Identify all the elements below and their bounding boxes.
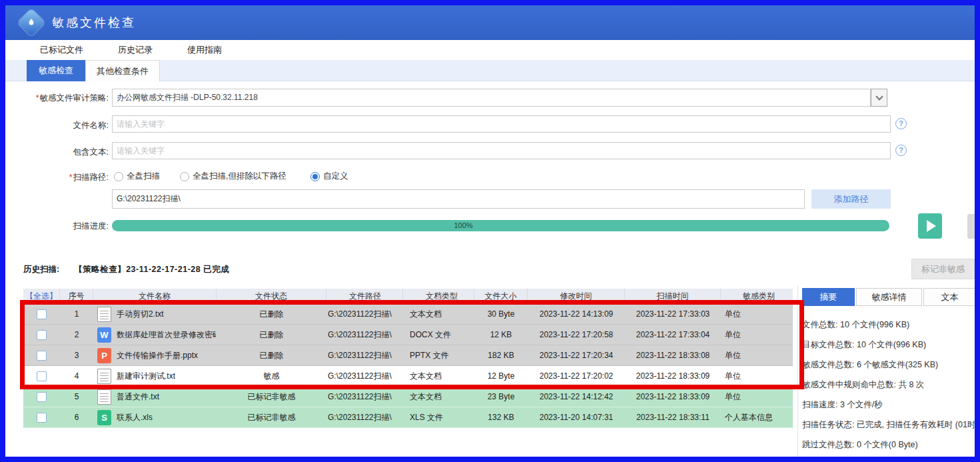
table-row[interactable]: 3 P文件传输操作手册.pptx 已删除 G:\20231122扫描\ PPTX… [23, 345, 793, 366]
file-size: 182 KB [474, 345, 528, 365]
file-name: 文件传输操作手册.pptx [117, 350, 198, 361]
row-checkbox[interactable] [37, 413, 47, 423]
custom-path-input[interactable] [112, 189, 805, 209]
doc-type: DOCX 文件 [403, 325, 474, 345]
start-scan-button[interactable] [918, 213, 942, 239]
policy-label: *敏感文件审计策略: [10, 93, 109, 104]
app-window: 敏感文件检查 已标记文件 历史记录 使用指南 敏感检查 其他检查条件 *敏感文件… [0, 0, 980, 462]
radio-icon[interactable] [180, 172, 189, 181]
history-label: 历史扫描: [23, 264, 59, 275]
header-status: 文件状态 [217, 289, 326, 304]
policy-select[interactable]: 办公网敏感文件扫描 -DLP-50.32.11.218 [112, 89, 871, 107]
sensitive-category: 单位 [721, 366, 793, 386]
row-index: 1 [60, 304, 93, 324]
sensitive-category: 个人基本信息 [721, 407, 793, 427]
tab-sensitive-check[interactable]: 敏感检查 [27, 60, 85, 81]
menu-guide[interactable]: 使用指南 [187, 44, 222, 56]
doc-type: 文本文档 [403, 304, 474, 324]
sensitive-category: 单位 [721, 387, 793, 407]
summary-lines: 文件总数: 10 个文件(996 KB) 目标文件总数: 10 个文件(996 … [802, 315, 975, 455]
summary-task-status: 扫描任务状态: 已完成, 扫描任务有效耗时 (01时 [802, 415, 975, 435]
file-status: 已标记非敏感 [217, 387, 326, 407]
summary-total-files: 文件总数: 10 个文件(996 KB) [802, 315, 975, 335]
add-path-button[interactable]: 添加路径 [811, 189, 891, 209]
file-status: 已删除 [217, 345, 326, 365]
file-size: 12 Byte [474, 366, 528, 386]
header-path: 文件路径 [326, 289, 403, 304]
radio-custom[interactable]: 自定义 [310, 171, 348, 182]
scan-path-label: *扫描路径: [10, 172, 109, 183]
doc-type: XLS 文件 [403, 407, 474, 427]
radio-icon[interactable] [114, 172, 123, 181]
radio-checked-icon[interactable] [310, 172, 320, 181]
table-row[interactable]: 2 W数据库处理首次登录修改密码 已删除 G:\20231122扫描\ DOCX… [23, 325, 793, 345]
file-path: G:\20231122扫描\ [326, 325, 403, 345]
modified-time: 2023-11-22 14:13:09 [528, 304, 625, 324]
summary-scan-speed: 扫描速度: 3 个文件/秒 [802, 395, 975, 415]
summary-rule-hits: 敏感文件中规则命中总数: 共 8 次 [802, 375, 975, 395]
tab-bar: 敏感检查 其他检查条件 [5, 60, 975, 81]
modified-time: 2023-11-22 17:20:34 [528, 345, 625, 365]
table-row[interactable]: 5 普通文件.txt 已标记非敏感 G:\20231122扫描\ 文本文档 23… [23, 387, 793, 407]
header-scanned: 扫描时间 [625, 289, 721, 304]
modified-time: 2023-11-22 14:12:42 [528, 387, 625, 407]
panel-tab-summary[interactable]: 摘要 [802, 288, 855, 306]
file-size: 12 KB [474, 325, 528, 345]
contains-text-input[interactable] [112, 142, 891, 159]
detail-panel: 摘要 敏感详情 文本 文件总数: 10 个文件(996 KB) 目标文件总数: … [797, 285, 975, 457]
row-checkbox[interactable] [37, 351, 47, 361]
stop-button-partial[interactable] [967, 214, 975, 239]
select-all-link[interactable]: 【全选】 [23, 289, 60, 304]
scan-progress-bar: 100% [112, 220, 889, 231]
file-path: G:\20231122扫描\ [326, 387, 403, 407]
table-row[interactable]: 1 手动剪切2.txt 已删除 G:\20231122扫描\ 文本文档 30 B… [23, 304, 793, 325]
file-path: G:\20231122扫描\ [326, 407, 403, 427]
tab-other-conditions[interactable]: 其他检查条件 [85, 60, 160, 81]
row-checkbox[interactable] [37, 392, 47, 402]
file-status: 已删除 [217, 304, 326, 324]
progress-percent: 100% [454, 221, 472, 229]
row-index: 6 [60, 407, 93, 427]
doc-type: PPTX 文件 [403, 345, 474, 365]
radio-full-scan[interactable]: 全盘扫描 [114, 171, 160, 182]
row-index: 3 [60, 345, 93, 365]
required-mark: * [69, 173, 73, 182]
panel-tab-sensitive-detail[interactable]: 敏感详情 [856, 288, 922, 306]
table-row[interactable]: 4 新建审计测试.txt 敏感 G:\20231122扫描\ 文本文档 12 B… [23, 366, 793, 387]
table-row[interactable]: 6 S联系人.xls 已标记非敏感 G:\20231122扫描\ XLS 文件 … [23, 407, 793, 428]
history-scan-row: 历史扫描: 【策略检查】23-11-22-17-21-28 已完成 [23, 264, 229, 275]
scanned-time: 2023-11-22 18:33:11 [625, 407, 721, 427]
scanned-time: 2023-11-22 17:33:03 [625, 304, 721, 324]
row-checkbox[interactable] [37, 309, 47, 319]
contains-text-help-icon[interactable]: ? [895, 145, 907, 156]
doc-type: 文本文档 [403, 366, 474, 386]
mark-not-sensitive-button[interactable]: 标记非敏感 [911, 259, 975, 279]
filename-help-icon[interactable]: ? [895, 118, 907, 129]
menu-history[interactable]: 历史记录 [118, 44, 153, 56]
scanned-time: 2023-11-22 18:33:09 [625, 366, 721, 386]
modified-time: 2023-11-22 17:20:02 [528, 366, 625, 386]
file-type-icon: S [97, 410, 111, 425]
sensitive-category: 单位 [721, 325, 793, 345]
modified-time: 2023-11-20 14:07:31 [528, 407, 625, 427]
row-checkbox[interactable] [37, 371, 47, 381]
row-index: 2 [60, 325, 93, 345]
filename-input[interactable] [112, 115, 891, 133]
file-path: G:\20231122扫描\ [326, 366, 403, 386]
panel-tab-text[interactable]: 文本 [923, 288, 975, 306]
file-name: 普通文件.txt [117, 391, 159, 403]
file-path: G:\20231122扫描\ [326, 304, 403, 324]
summary-skipped-files: 跳过文件总数: 0 个文件(0 Byte) [802, 435, 975, 455]
title-bar: 敏感文件检查 [5, 5, 975, 40]
header-filename: 文件名称 [93, 289, 217, 304]
sensitive-category: 单位 [721, 345, 793, 365]
summary-sensitive-files: 敏感文件总数: 6 个敏感文件(325 KB) [802, 355, 975, 375]
menu-bar: 已标记文件 历史记录 使用指南 [5, 40, 975, 60]
radio-full-scan-exclude[interactable]: 全盘扫描,但排除以下路径 [180, 171, 286, 182]
sensitive-category: 单位 [721, 304, 793, 324]
file-path: G:\20231122扫描\ [326, 345, 403, 365]
menu-marked-files[interactable]: 已标记文件 [40, 44, 83, 56]
row-checkbox[interactable] [37, 330, 47, 340]
contains-text-label: 包含文本: [10, 147, 109, 158]
policy-dropdown-button[interactable] [871, 89, 887, 107]
